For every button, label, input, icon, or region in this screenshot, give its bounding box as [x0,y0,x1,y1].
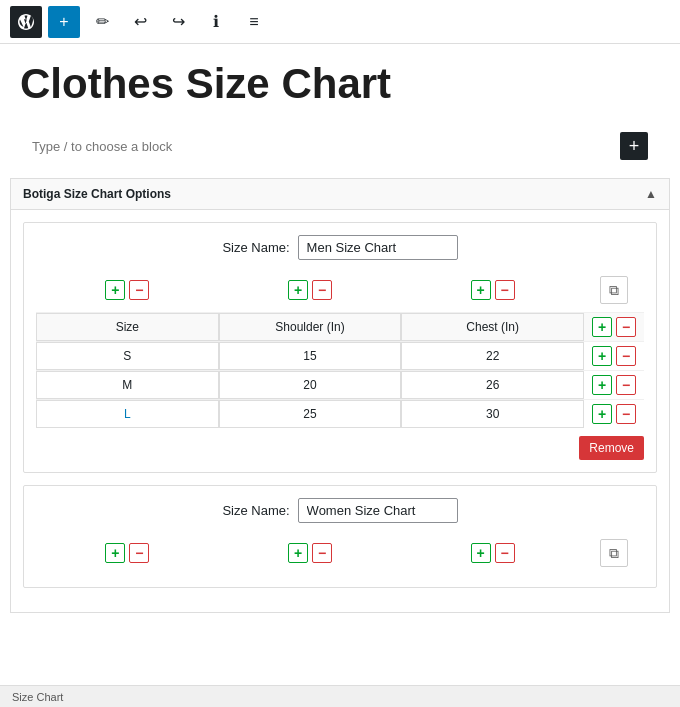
remove-col-2-2-button[interactable]: − [495,543,515,563]
size-name-row-1: Size Name: [36,235,644,260]
add-row-header-button[interactable]: + [592,317,612,337]
list-button[interactable]: ≡ [238,6,270,38]
copy-button-2[interactable]: ⧉ [600,539,628,567]
size-name-input-1[interactable] [298,235,458,260]
remove-chart-1-button[interactable]: Remove [579,436,644,460]
add-col-1-button[interactable]: + [288,280,308,300]
wp-logo [10,6,42,38]
add-row-1-1-button[interactable]: + [592,375,612,395]
cell-1-2-0[interactable] [36,400,219,428]
row-1-0-controls: + − [584,342,644,370]
cell-1-1-2[interactable] [401,371,584,399]
header-row-1: + − [36,312,644,341]
size-name-row-2: Size Name: [36,498,644,523]
panel-header[interactable]: Botiga Size Chart Options ▲ [11,179,669,210]
add-col-2-button[interactable]: + [471,280,491,300]
cell-1-1-0[interactable] [36,371,219,399]
add-col-2-0-button[interactable]: + [105,543,125,563]
pen-button[interactable]: ✏ [86,6,118,38]
cell-1-1-1[interactable] [219,371,402,399]
remove-col-2-button[interactable]: − [495,280,515,300]
col-control-1: + − [219,272,402,308]
col-control-2-2: + − [401,535,584,571]
col-control-2-1: + − [219,535,402,571]
add-col-0-button[interactable]: + [105,280,125,300]
chart-card-1: Size Name: + − + − + − ⧉ [23,222,657,473]
status-bar: Size Chart [0,685,680,707]
cell-1-0-2[interactable] [401,342,584,370]
info-button[interactable]: ℹ [200,6,232,38]
size-name-label-1: Size Name: [222,240,289,255]
undo-button[interactable]: ↩ [124,6,156,38]
remove-col-2-1-button[interactable]: − [312,543,332,563]
header-row-controls-1: + − [584,313,644,341]
size-name-label-2: Size Name: [222,503,289,518]
panel-title: Botiga Size Chart Options [23,187,171,201]
col-controls-row-2: + − + − + − ⧉ [36,535,644,571]
add-col-2-1-button[interactable]: + [288,543,308,563]
block-placeholder-text: Type / to choose a block [32,139,172,154]
row-1-1-controls: + − [584,371,644,399]
size-name-input-2[interactable] [298,498,458,523]
add-row-1-0-button[interactable]: + [592,346,612,366]
remove-col-2-0-button[interactable]: − [129,543,149,563]
chart-card-2: Size Name: + − + − + − ⧉ [23,485,657,588]
row-1-2-controls: + − [584,400,644,428]
header-cell-0-1[interactable] [36,313,219,341]
block-placeholder-area: Type / to choose a block + [16,122,664,170]
copy-col-control-2: ⧉ [584,535,644,571]
copy-col-control: ⧉ [584,272,644,308]
add-row-1-2-button[interactable]: + [592,404,612,424]
data-row-1-0: + − [36,341,644,370]
cell-1-2-2[interactable] [401,400,584,428]
add-block-button[interactable]: + [48,6,80,38]
remove-col-0-button[interactable]: − [129,280,149,300]
status-text: Size Chart [12,691,63,703]
remove-row-1-2-button[interactable]: − [616,404,636,424]
col-controls-row-1: + − + − + − ⧉ [36,272,644,308]
remove-row-1-0-button[interactable]: − [616,346,636,366]
cell-1-2-1[interactable] [219,400,402,428]
data-row-1-1: + − [36,370,644,399]
remove-col-1-button[interactable]: − [312,280,332,300]
clearfix-1: Remove [36,428,644,460]
add-block-inline-button[interactable]: + [620,132,648,160]
size-chart-panel: Botiga Size Chart Options ▲ Size Name: +… [10,178,670,613]
data-row-1-2: + − [36,399,644,428]
copy-button-1[interactable]: ⧉ [600,276,628,304]
col-control-2: + − [401,272,584,308]
header-cell-1-1[interactable] [219,313,402,341]
wp-logo-icon [16,12,36,32]
header-cell-2-1[interactable] [401,313,584,341]
cell-1-0-1[interactable] [219,342,402,370]
redo-button[interactable]: ↪ [162,6,194,38]
col-control-0: + − [36,272,219,308]
add-col-2-2-button[interactable]: + [471,543,491,563]
col-control-2-0: + − [36,535,219,571]
remove-row-header-button[interactable]: − [616,317,636,337]
remove-row-1-1-button[interactable]: − [616,375,636,395]
cell-1-0-0[interactable] [36,342,219,370]
panel-collapse-icon: ▲ [645,187,657,201]
toolbar: + ✏ ↩ ↪ ℹ ≡ [0,0,680,44]
panel-body: Size Name: + − + − + − ⧉ [11,210,669,612]
page-title: Clothes Size Chart [0,44,680,118]
